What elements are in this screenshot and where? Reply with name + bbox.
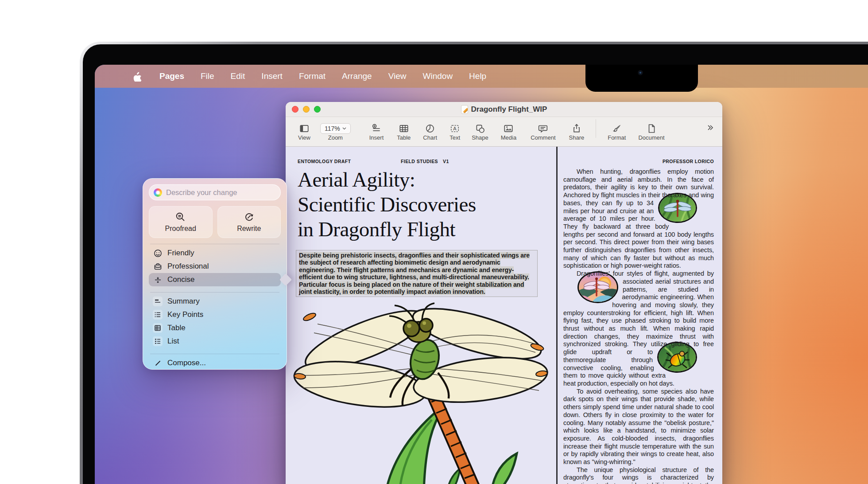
paragraph-4[interactable]: The unique physiological structure of th… bbox=[563, 466, 714, 484]
transform-option-summary[interactable]: Summary bbox=[149, 295, 281, 308]
view-sidebar-icon bbox=[299, 123, 310, 134]
writing-tools-popup: Proofread Rewrite Friendly Professional … bbox=[143, 178, 287, 370]
format-button[interactable]: Format bbox=[608, 123, 626, 141]
media-photo-icon bbox=[503, 123, 514, 134]
share-button[interactable]: Share bbox=[569, 123, 585, 141]
chevron-down-icon bbox=[342, 127, 346, 130]
selected-intro-text[interactable]: Despite being prehistoric insects, drago… bbox=[299, 252, 530, 295]
article-title[interactable]: Aerial Agility: Scientific Discoveries i… bbox=[298, 167, 546, 242]
chevrons-right-icon bbox=[705, 124, 714, 132]
toolbar-overflow-button[interactable] bbox=[705, 124, 714, 133]
table-button[interactable]: Table bbox=[397, 123, 411, 141]
rewrite-icon bbox=[244, 212, 254, 222]
menu-item-insert[interactable]: Insert bbox=[261, 71, 283, 81]
menu-item-help[interactable]: Help bbox=[469, 71, 486, 81]
table-grid-icon bbox=[153, 323, 163, 333]
comment-button[interactable]: Comment bbox=[531, 123, 555, 141]
compress-icon bbox=[153, 275, 163, 285]
menu-item-arrange[interactable]: Arrange bbox=[342, 71, 372, 81]
menu-item-pages[interactable]: Pages bbox=[159, 71, 184, 81]
share-icon bbox=[571, 123, 582, 134]
format-brush-icon bbox=[612, 123, 622, 134]
key-points-icon bbox=[153, 310, 163, 320]
paragraph-1[interactable]: When hunting, dragonflies employ motion … bbox=[563, 168, 714, 270]
transform-option-key-points[interactable]: Key Points bbox=[149, 308, 281, 321]
shape-button[interactable]: Shape bbox=[472, 123, 488, 141]
zoom-window-button[interactable] bbox=[314, 106, 321, 113]
apple-intelligence-icon bbox=[154, 188, 162, 197]
header-entomology: ENTOMOLOGY DRAFT bbox=[298, 159, 351, 164]
page-left[interactable]: ENTOMOLOGY DRAFT FIELD STUDIES V1 Aerial… bbox=[286, 147, 556, 484]
table-icon bbox=[399, 123, 409, 134]
tone-option-friendly[interactable]: Friendly bbox=[149, 246, 281, 260]
article-body-column[interactable]: When hunting, dragonflies employ motion … bbox=[563, 168, 714, 484]
list-icon bbox=[153, 336, 163, 346]
menu-item-format[interactable]: Format bbox=[299, 71, 326, 81]
smiley-icon bbox=[153, 248, 163, 258]
menu-item-edit[interactable]: Edit bbox=[231, 71, 245, 81]
proofread-button[interactable]: Proofread bbox=[149, 206, 213, 238]
dragonfly-illustration[interactable] bbox=[291, 301, 550, 484]
menu-item-window[interactable]: Window bbox=[423, 71, 453, 81]
svg-text:A: A bbox=[453, 126, 457, 131]
toolbar: View 117% Zoom Insert Table Chart A Text bbox=[286, 117, 722, 147]
document-button[interactable]: Document bbox=[638, 123, 664, 141]
divider bbox=[150, 292, 279, 293]
close-button[interactable] bbox=[292, 106, 298, 113]
describe-change-input[interactable] bbox=[149, 184, 281, 200]
briefcase-icon bbox=[153, 262, 163, 271]
camera-dot bbox=[638, 70, 643, 75]
document-canvas[interactable]: ENTOMOLOGY DRAFT FIELD STUDIES V1 Aerial… bbox=[286, 147, 722, 484]
menu-bar: Pages File Edit Insert Format Arrange Vi… bbox=[95, 65, 868, 88]
media-button[interactable]: Media bbox=[501, 123, 516, 141]
divider bbox=[150, 354, 279, 354]
header-field-studies: FIELD STUDIES bbox=[401, 159, 438, 164]
compose-pencil-icon bbox=[153, 358, 163, 368]
zoom-value: 117% bbox=[325, 125, 340, 132]
tone-option-concise[interactable]: Concise bbox=[149, 273, 281, 286]
chart-pie-icon bbox=[425, 123, 435, 134]
display-notch bbox=[585, 65, 698, 92]
minimize-button[interactable] bbox=[303, 106, 310, 113]
text-box-icon: A bbox=[450, 123, 460, 134]
chart-button[interactable]: Chart bbox=[423, 123, 437, 141]
window-title: Dragonfly Flight_WIP bbox=[471, 105, 547, 114]
compose-option[interactable]: Compose... bbox=[149, 356, 281, 370]
toolbar-divider bbox=[596, 119, 596, 138]
document-page-icon bbox=[646, 123, 657, 134]
describe-change-field[interactable] bbox=[149, 184, 281, 200]
insert-button[interactable]: Insert bbox=[369, 123, 384, 141]
apple-menu-icon[interactable] bbox=[133, 70, 143, 82]
document-icon bbox=[461, 105, 468, 114]
comment-bubble-icon bbox=[538, 123, 548, 134]
paragraph-3[interactable]: To avoid overheating, some species also … bbox=[563, 388, 714, 466]
pages-window: Dragonfly Flight_WIP View 117% Zoom Inse… bbox=[286, 102, 722, 484]
rewrite-button[interactable]: Rewrite bbox=[217, 206, 281, 238]
divider bbox=[150, 244, 279, 244]
tone-option-professional[interactable]: Professional bbox=[149, 260, 281, 273]
header-professor: PROFESSOR LORICO bbox=[663, 159, 714, 164]
insert-icon bbox=[371, 123, 382, 134]
zoom-control[interactable]: 117% Zoom bbox=[320, 123, 351, 141]
selected-paragraph-box[interactable]: Despite being prehistoric insects, drago… bbox=[296, 250, 538, 297]
paragraph-2[interactable]: Dragonflies' bbox=[563, 270, 714, 388]
proofread-magnifier-icon bbox=[175, 212, 186, 222]
page-right[interactable]: PROFESSOR LORICO When hunting, dragonfli… bbox=[558, 147, 722, 484]
window-title-bar[interactable]: Dragonfly Flight_WIP bbox=[286, 102, 722, 117]
transform-option-table[interactable]: Table bbox=[149, 321, 281, 335]
shape-icon bbox=[475, 123, 485, 134]
header-version: V1 bbox=[443, 159, 449, 164]
summary-icon bbox=[153, 297, 163, 306]
menu-item-view[interactable]: View bbox=[388, 71, 407, 81]
traffic-lights bbox=[286, 106, 321, 113]
view-button[interactable]: View bbox=[298, 123, 310, 141]
menu-item-file[interactable]: File bbox=[201, 71, 214, 81]
transform-option-list[interactable]: List bbox=[149, 335, 281, 348]
zoom-dropdown[interactable]: 117% bbox=[320, 123, 351, 134]
text-button[interactable]: A Text bbox=[450, 123, 460, 141]
